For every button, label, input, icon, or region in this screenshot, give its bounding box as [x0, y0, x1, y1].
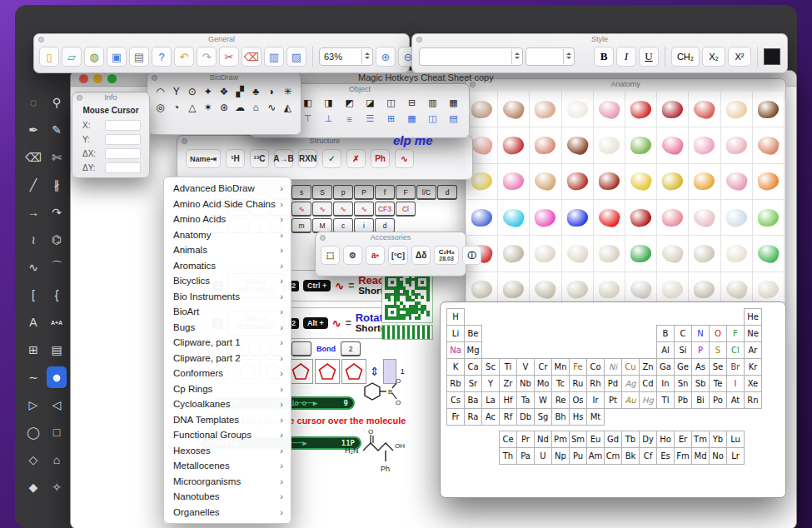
shape-tool[interactable]: ◁: [47, 394, 67, 416]
element-cell[interactable]: Zr: [499, 375, 517, 392]
cursor-tracker-icon[interactable]: ⬚: [321, 246, 340, 265]
anatomy-item-dendrite[interactable]: [753, 164, 785, 200]
element-cell[interactable]: Ag: [621, 375, 640, 392]
element-cell[interactable]: Sm: [569, 431, 587, 448]
object-align-icon[interactable]: ◫: [426, 112, 440, 126]
element-cell[interactable]: Te: [709, 375, 727, 392]
anatomy-item-bone-joint[interactable]: [721, 236, 753, 271]
stepper-icon[interactable]: [361, 49, 372, 64]
menu-item-animals[interactable]: Animals›: [164, 242, 291, 258]
pentagon-tool[interactable]: ⌂: [47, 449, 67, 471]
element-cell[interactable]: Rh: [586, 375, 605, 392]
element-cell[interactable]: V: [516, 358, 535, 376]
triangle-tool[interactable]: ▷: [23, 394, 43, 416]
bold-button[interactable]: B: [594, 47, 614, 67]
anatomy-item-heart-anatomical[interactable]: [657, 92, 689, 127]
element-cell[interactable]: Pr: [516, 431, 535, 448]
element-cell[interactable]: Fr: [446, 408, 465, 426]
anatomy-item-digestive-system[interactable]: [753, 127, 785, 163]
square-tool[interactable]: □: [47, 421, 67, 443]
proton-nmr-button[interactable]: ¹H: [226, 149, 245, 168]
menu-item-clipware-part-2[interactable]: Clipware, part 2›: [164, 351, 291, 366]
biodraw-template-icon[interactable]: △: [185, 100, 199, 114]
biodraw-template-icon[interactable]: ✶: [201, 100, 215, 114]
element-cell[interactable]: Am: [586, 447, 605, 465]
element-cell[interactable]: Al: [656, 341, 675, 359]
element-cell[interactable]: Ra: [464, 408, 482, 426]
bracket-tool[interactable]: [: [23, 284, 43, 306]
element-cell[interactable]: Ta: [516, 391, 535, 409]
element-cell[interactable]: At: [726, 391, 745, 409]
anatomy-item-neuron-blue[interactable]: [466, 200, 498, 236]
menu-item-bio-instruments[interactable]: Bio Instruments›: [164, 289, 291, 305]
mass-calculator-icon[interactable]: C₂H₄28.03: [434, 246, 459, 265]
element-cell[interactable]: Cu: [621, 358, 640, 376]
biodraw-template-icon[interactable]: ⊙: [185, 84, 199, 98]
element-cell[interactable]: Nb: [516, 375, 535, 392]
close-palette-button[interactable]: [38, 37, 44, 42]
element-cell[interactable]: As: [691, 358, 710, 376]
element-cell[interactable]: Tc: [551, 375, 570, 392]
element-cell[interactable]: Md: [691, 447, 710, 465]
anatomy-item-cell-cross-section[interactable]: [657, 200, 689, 236]
chain-tool[interactable]: ≀: [23, 229, 43, 251]
element-cell[interactable]: F: [726, 325, 745, 342]
element-cell[interactable]: Sn: [674, 375, 692, 392]
anatomy-item-red-blood-cell-dark[interactable]: [625, 200, 657, 236]
biodraw-template-icon[interactable]: ∿: [265, 100, 279, 114]
element-cell[interactable]: Nd: [534, 431, 552, 448]
object-align-icon[interactable]: ≡: [342, 112, 356, 126]
menu-item-amino-acid-side-chains[interactable]: Amino Acid Side Chains›: [164, 197, 291, 212]
superscript-button[interactable]: X²: [728, 47, 751, 67]
element-cell[interactable]: Sr: [464, 375, 482, 392]
element-cell[interactable]: Lu: [726, 431, 745, 448]
bond-tool[interactable]: ╱: [23, 174, 43, 196]
biodraw-template-icon[interactable]: ◠: [153, 84, 167, 98]
biodraw-template-icon[interactable]: ⌂: [249, 100, 263, 114]
menu-item-conformers[interactable]: Conformers›: [164, 366, 291, 381]
object-align-icon[interactable]: ☰: [363, 112, 377, 126]
anatomy-item-muscle-fibers[interactable]: [594, 164, 625, 200]
element-cell[interactable]: Ba: [464, 391, 482, 409]
element-cell[interactable]: Sb: [691, 375, 710, 392]
anatomy-item-kidneys[interactable]: [498, 127, 530, 163]
object-align-icon[interactable]: ▦: [446, 96, 461, 110]
print-icon[interactable]: ▤: [129, 47, 149, 67]
menu-item-advanced-biodraw[interactable]: Advanced BioDraw›: [164, 181, 291, 197]
ring-tool[interactable]: ⌬: [47, 229, 67, 251]
color-well[interactable]: [764, 48, 780, 65]
save-icon[interactable]: ▣: [107, 47, 127, 67]
biodraw-template-icon[interactable]: ▞: [233, 84, 247, 98]
element-cell[interactable]: B: [656, 325, 675, 342]
element-cell[interactable]: Es: [656, 447, 675, 465]
element-cell[interactable]: Bh: [551, 408, 570, 426]
element-cell[interactable]: Lr: [726, 447, 745, 465]
anatomy-item-nerve-ending[interactable]: [657, 164, 689, 200]
element-cell[interactable]: U: [534, 447, 552, 465]
element-cell[interactable]: S: [709, 341, 727, 359]
close-palette-button[interactable]: [470, 82, 476, 87]
object-align-icon[interactable]: ⊥: [321, 112, 336, 126]
anatomy-item-cell-magenta[interactable]: [530, 200, 561, 236]
formula-style-button[interactable]: CH₂: [671, 47, 700, 67]
anatomy-item-molecule-model[interactable]: [753, 236, 785, 271]
anatomy-item-urinary-bladder[interactable]: [530, 127, 561, 163]
element-cell[interactable]: Re: [551, 391, 570, 409]
element-cell[interactable]: Br: [726, 358, 745, 376]
element-cell[interactable]: Pd: [604, 375, 622, 392]
element-cell[interactable]: O: [709, 325, 727, 342]
object-align-icon[interactable]: ◩: [342, 96, 356, 110]
name-to-structure-button[interactable]: Name⇥: [186, 149, 221, 168]
anatomy-item-liver[interactable]: [562, 127, 594, 163]
biodraw-template-icon[interactable]: ♣: [249, 84, 263, 98]
check-structure-button[interactable]: ✓: [322, 149, 341, 168]
element-cell[interactable]: W: [534, 391, 552, 409]
polygon-tool[interactable]: ◆: [23, 476, 43, 498]
help-icon[interactable]: ?: [152, 47, 172, 67]
element-cell[interactable]: Si: [674, 341, 692, 359]
arrow-tool[interactable]: →: [23, 202, 43, 223]
style-toolbar-titlebar[interactable]: Style: [412, 34, 787, 45]
biodraw-template-icon[interactable]: ❖: [217, 84, 231, 98]
object-align-icon[interactable]: ▥: [426, 96, 440, 110]
anatomy-item-neuron-pink[interactable]: [721, 164, 753, 200]
